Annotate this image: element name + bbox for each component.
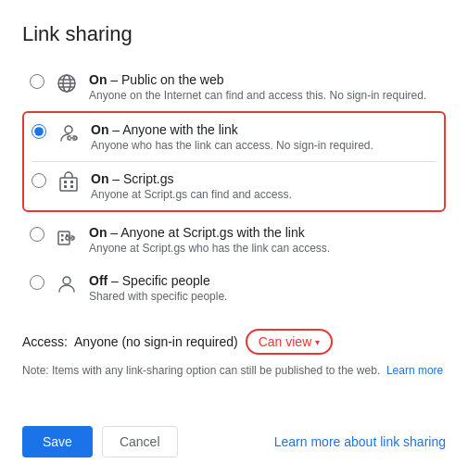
building2-icon (54, 223, 80, 249)
option-group-bordered: On – Anyone with the link Anyone who has… (22, 111, 446, 212)
option-scriptgs-link-label: On – Anyone at Script.gs with the link (89, 225, 330, 240)
option-scriptgs[interactable]: On – Script.gs Anyone at Script.gs can f… (24, 162, 444, 210)
person-link-icon (56, 120, 82, 146)
option-specific-text: Off – Specific people Shared with specif… (89, 273, 227, 303)
radio-anyone-link-wrapper[interactable] (32, 124, 46, 143)
radio-scriptgs-link[interactable] (30, 227, 44, 242)
option-public[interactable]: On – Public on the web Anyone on the Int… (22, 63, 446, 111)
svg-rect-12 (61, 234, 64, 237)
dropdown-arrow-icon: ▾ (315, 337, 320, 347)
svg-rect-8 (70, 181, 73, 183)
option-scriptgs-link[interactable]: On – Anyone at Script.gs with the link A… (22, 216, 446, 264)
svg-rect-9 (64, 185, 67, 188)
dialog-title: Link sharing (22, 22, 446, 46)
save-button[interactable]: Save (22, 426, 93, 457)
option-anyone-link-label: On – Anyone with the link (91, 122, 373, 137)
svg-rect-10 (70, 185, 73, 188)
radio-anyone-link[interactable] (32, 124, 46, 139)
option-public-desc: Anyone on the Internet can find and acce… (89, 89, 426, 102)
svg-rect-14 (61, 239, 64, 242)
option-scriptgs-text: On – Script.gs Anyone at Script.gs can f… (91, 171, 292, 201)
access-row: Access: Anyone (no sign-in required) Can… (22, 329, 446, 355)
option-scriptgs-desc: Anyone at Script.gs can find and access. (91, 188, 292, 201)
can-view-button[interactable]: Can view ▾ (246, 329, 334, 355)
option-public-text: On – Public on the web Anyone on the Int… (89, 72, 426, 102)
radio-scriptgs-link-wrapper[interactable] (30, 227, 44, 245)
option-scriptgs-link-desc: Anyone at Script.gs who has the link can… (89, 242, 330, 255)
option-anyone-link-desc: Anyone who has the link can access. No s… (91, 139, 373, 152)
option-specific-label: Off – Specific people (89, 273, 227, 288)
radio-scriptgs[interactable] (32, 173, 46, 188)
option-anyone-link[interactable]: On – Anyone with the link Anyone who has… (24, 113, 444, 161)
link-sharing-dialog: Link sharing On – Public on the web (0, 0, 468, 476)
options-list: On – Public on the web Anyone on the Int… (22, 63, 446, 312)
footer-row: Save Cancel Learn more about link sharin… (22, 426, 446, 457)
option-public-label: On – Public on the web (89, 72, 426, 87)
option-scriptgs-link-text: On – Anyone at Script.gs with the link A… (89, 225, 330, 255)
access-label: Access: Anyone (no sign-in required) (22, 334, 238, 349)
option-specific[interactable]: Off – Specific people Shared with specif… (22, 264, 446, 312)
learn-more-link[interactable]: Learn more about link sharing (274, 434, 446, 449)
note-learn-more-link[interactable]: Learn more (386, 364, 443, 377)
globe-icon (54, 70, 80, 96)
note-row: Note: Items with any link-sharing option… (22, 362, 446, 379)
radio-specific-wrapper[interactable] (30, 275, 44, 294)
cancel-button[interactable]: Cancel (102, 426, 178, 457)
svg-point-15 (63, 277, 70, 284)
building-icon (56, 169, 82, 195)
svg-point-5 (65, 126, 72, 133)
svg-rect-7 (64, 181, 67, 183)
radio-specific[interactable] (30, 275, 44, 290)
footer-left: Save Cancel (22, 426, 178, 457)
svg-rect-6 (60, 178, 77, 191)
person-off-icon (54, 271, 80, 297)
option-specific-desc: Shared with specific people. (89, 290, 227, 303)
radio-public-wrapper[interactable] (30, 74, 44, 93)
option-scriptgs-label: On – Script.gs (91, 171, 292, 186)
option-anyone-link-text: On – Anyone with the link Anyone who has… (91, 122, 373, 152)
radio-public[interactable] (30, 74, 44, 89)
svg-rect-11 (58, 232, 70, 244)
radio-scriptgs-wrapper[interactable] (32, 173, 46, 192)
